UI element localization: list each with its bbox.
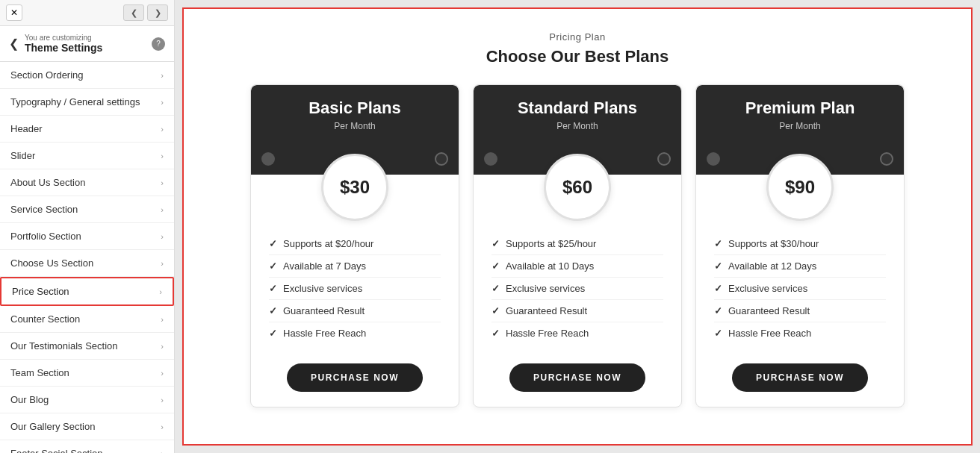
sidebar-item-team[interactable]: Team Section› [0,360,174,387]
sidebar-item-label: Our Gallery Section [10,421,95,432]
feature-text: Hassle Free Reach [728,328,811,339]
purchase-button[interactable]: PURCHASE NOW [287,363,423,392]
feature-item: ✓ Exclusive services [491,278,663,300]
sidebar-item-testimonials[interactable]: Our Testimonials Section› [0,333,174,360]
plan-period: Per Month [556,121,598,131]
pricing-card-premium: Premium Plan Per Month $90 ✓ Supports at… [695,84,905,407]
sidebar-item-portfolio[interactable]: Portfolio Section› [0,223,174,250]
feature-text: Available at 10 Days [506,260,594,272]
feature-text: Guaranteed Result [728,305,810,316]
sidebar-item-slider[interactable]: Slider› [0,143,174,169]
sidebar-item-header[interactable]: Header› [0,116,174,143]
feature-item: ✓ Supports at $20/hour [269,233,441,255]
check-icon: ✓ [714,260,722,272]
pricing-card-standard: Standard Plans Per Month $60 ✓ Supports … [473,84,682,407]
plan-name: Basic Plans [308,99,401,118]
sidebar-item-label: Our Testimonials Section [10,340,118,352]
nav-buttons: ❮ ❯ [123,4,168,21]
feature-item: ✓ Hassle Free Reach [269,322,441,344]
check-icon: ✓ [269,238,277,249]
purchase-button[interactable]: PURCHASE NOW [509,363,645,392]
sidebar-item-our-blog[interactable]: Our Blog› [0,387,174,413]
feature-item: ✓ Available at 10 Days [491,255,663,278]
check-icon: ✓ [491,260,500,272]
feature-text: Exclusive services [506,283,585,294]
plan-period: Per Month [779,121,820,131]
card-features: ✓ Supports at $30/hour ✓ Available at 12… [696,221,904,356]
price-circle-wrapper: $60 [544,154,611,221]
feature-text: Available at 7 Days [283,260,366,272]
feature-text: Hassle Free Reach [506,328,589,339]
sidebar-top-bar: ✕ ❮ ❯ [0,0,174,26]
sidebar-item-footer-social[interactable]: Footer Social Section› [0,440,174,453]
feature-item: ✓ Supports at $30/hour [714,233,886,255]
sidebar-item-price[interactable]: Price Section› [0,277,174,306]
feature-text: Supports at $30/hour [728,238,819,249]
chevron-right-icon: › [161,232,164,241]
feature-item: ✓ Available at 7 Days [269,255,441,278]
chevron-right-icon: › [161,151,164,160]
sidebar-item-section-ordering[interactable]: Section Ordering› [0,62,174,89]
check-icon: ✓ [269,283,277,294]
sidebar-item-label: Our Blog [10,394,49,405]
feature-text: Available at 12 Days [728,260,816,272]
chevron-right-icon: › [161,98,164,107]
theme-title: Theme Settings [25,42,152,54]
sidebar-title-block: You are customizing Theme Settings [25,34,152,54]
chevron-right-icon: › [161,259,164,268]
sidebar-item-label: Choose Us Section [10,257,93,269]
check-icon: ✓ [491,238,500,249]
dot-right-icon [880,152,893,166]
sidebar-item-service[interactable]: Service Section› [0,196,174,223]
sidebar-item-counter[interactable]: Counter Section› [0,306,174,333]
chevron-right-icon: › [161,369,164,378]
chevron-right-icon: › [161,422,164,431]
sidebar-back-button[interactable]: ❮ [9,37,19,51]
feature-item: ✓ Available at 12 Days [714,255,886,278]
dot-right-icon [657,152,671,166]
price-amount: $30 [321,154,388,221]
sidebar-nav: Section Ordering›Typography / General se… [0,62,174,453]
sidebar-item-label: Section Ordering [10,69,84,81]
price-amount: $60 [544,154,611,221]
pricing-title: Choose Our Best Plans [486,47,669,66]
sidebar-item-label: About Us Section [10,177,85,188]
chevron-right-icon: › [159,287,162,296]
sidebar-item-gallery[interactable]: Our Gallery Section› [0,413,174,440]
feature-item: ✓ Guaranteed Result [491,300,663,322]
close-button[interactable]: ✕ [6,4,22,21]
price-amount: $90 [766,154,834,221]
pricing-cards: Basic Plans Per Month $30 ✓ Supports at … [199,84,956,407]
check-icon: ✓ [714,305,722,316]
feature-item: ✓ Hassle Free Reach [491,322,663,344]
sidebar-item-label: Header [10,123,43,134]
card-features: ✓ Supports at $20/hour ✓ Available at 7 … [251,221,459,356]
sidebar-item-about-us[interactable]: About Us Section› [0,169,174,196]
sidebar-item-typography[interactable]: Typography / General settings› [0,89,174,116]
plan-period: Per Month [334,121,375,131]
nav-forward-button[interactable]: ❯ [147,4,168,21]
sidebar-item-label: Price Section [12,286,69,297]
feature-item: ✓ Supports at $25/hour [491,233,663,255]
chevron-right-icon: › [161,71,164,80]
dot-left-icon [261,152,275,166]
feature-text: Exclusive services [728,283,807,294]
feature-text: Exclusive services [283,283,362,294]
check-icon: ✓ [269,260,277,272]
info-button[interactable]: ? [152,37,165,51]
pricing-subtitle: Pricing Plan [549,31,605,43]
feature-item: ✓ Exclusive services [714,278,886,300]
nav-back-button[interactable]: ❮ [123,4,144,21]
chevron-right-icon: › [161,315,164,324]
feature-text: Guaranteed Result [506,305,587,316]
sidebar-item-choose-us[interactable]: Choose Us Section› [0,250,174,277]
sidebar-item-label: Footer Social Section [10,448,103,453]
dot-left-icon [707,152,720,166]
check-icon: ✓ [714,283,722,294]
purchase-button[interactable]: PURCHASE NOW [732,363,868,392]
preview-area: Pricing Plan Choose Our Best Plans Basic… [182,7,973,446]
feature-item: ✓ Hassle Free Reach [714,322,886,344]
sidebar-item-label: Slider [10,150,35,161]
card-features: ✓ Supports at $25/hour ✓ Available at 10… [474,221,681,356]
feature-text: Supports at $25/hour [506,238,596,249]
